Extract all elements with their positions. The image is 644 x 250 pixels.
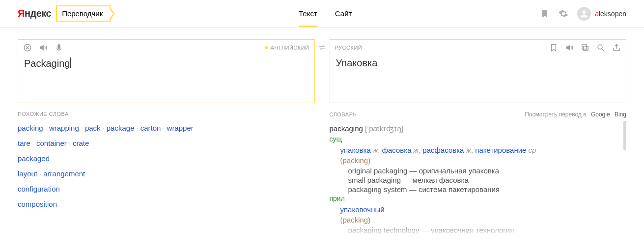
similar-row: composition [18, 200, 315, 208]
search-icon[interactable] [596, 43, 605, 52]
service-name[interactable]: Переводчик [56, 5, 111, 22]
similar-row: configuration [18, 185, 315, 193]
similar-word[interactable]: layout [18, 169, 37, 178]
bookmark-output-icon[interactable] [549, 43, 558, 52]
similar-word[interactable]: composition [18, 200, 57, 208]
dictionary-heading: СЛОВАРЬ [330, 111, 357, 117]
similar-row: packaged [18, 154, 315, 163]
copy-icon[interactable] [581, 43, 589, 52]
scrollbar[interactable] [623, 121, 626, 150]
similar-word[interactable]: wrapping [49, 124, 79, 132]
svg-point-5 [598, 45, 602, 49]
similar-word[interactable]: package [107, 124, 135, 132]
svg-rect-2 [58, 44, 60, 49]
dict-headword: packaging [ˈpækɪʤɪŋ] [330, 124, 627, 133]
nav-site[interactable]: Сайт [335, 0, 352, 27]
external-bing[interactable]: Bing [615, 111, 626, 118]
similar-word[interactable]: configuration [18, 185, 60, 193]
share-icon[interactable] [612, 43, 621, 52]
similar-word[interactable]: arrangement [43, 169, 85, 178]
detected-dot [265, 46, 268, 49]
similar-word[interactable]: tare [18, 139, 30, 147]
dict-pos: прил [330, 194, 627, 202]
similar-word[interactable]: carton [140, 124, 161, 132]
avatar-icon [577, 7, 591, 21]
similar-word[interactable]: wrapper [167, 124, 194, 132]
speaker-output-icon[interactable] [565, 43, 574, 52]
source-lang[interactable]: АНГЛИЙСКИЙ [265, 45, 309, 51]
logo-rest: ндекс [25, 8, 51, 19]
nav-text[interactable]: Текст [299, 0, 317, 27]
microphone-icon[interactable] [55, 43, 63, 52]
gear-icon[interactable] [559, 9, 568, 19]
user-menu[interactable]: aleksopen [577, 7, 626, 21]
logo-letter: Я [18, 8, 25, 19]
external-translate: Посмотреть перевод в Google Bing [525, 111, 626, 118]
similar-word[interactable]: crate [73, 139, 89, 147]
swap-icon[interactable] [318, 43, 327, 52]
external-google[interactable]: Google [591, 111, 610, 118]
bookmark-icon[interactable] [540, 9, 550, 19]
dict-gloss: (packing) [330, 156, 627, 165]
source-input[interactable]: Packaging [18, 56, 314, 74]
speaker-icon[interactable] [39, 43, 48, 52]
target-output: Упаковка [330, 56, 626, 74]
svg-point-0 [583, 10, 586, 14]
similar-word[interactable]: packaged [18, 154, 50, 163]
similar-row: layout·arrangement [18, 169, 315, 178]
dict-example: small packaging — мелкая фасовка [330, 176, 627, 184]
similar-word[interactable]: container [36, 139, 67, 147]
similar-row: tare·container·crate [18, 139, 315, 147]
similar-word[interactable]: packing [18, 124, 43, 132]
dict-example: packaging system — система пакетирования [330, 185, 627, 194]
source-box: АНГЛИЙСКИЙ Packaging [18, 39, 315, 103]
similar-heading: ПОХОЖИЕ СЛОВА [18, 111, 315, 117]
target-box: РУССКИЙ Упаковка [330, 39, 627, 103]
dict-term[interactable]: упаковочный [340, 205, 385, 214]
similar-row: packing·wrapping·pack·package·carton·wra… [18, 124, 315, 132]
yandex-logo[interactable]: Яндекс [18, 8, 51, 19]
similar-word[interactable]: pack [85, 124, 101, 132]
dict-translations: упаковочный [330, 205, 627, 214]
username: aleksopen [595, 10, 626, 18]
dict-term[interactable]: упаковка [340, 146, 371, 154]
svg-rect-4 [582, 45, 587, 49]
dict-term[interactable]: расфасовка [422, 146, 464, 154]
dict-gloss: (packing) [330, 216, 627, 224]
dict-translations: упаковка ж, фасовка ж, расфасовка ж, пак… [330, 146, 627, 154]
dict-term[interactable]: фасовка [382, 146, 412, 154]
dict-term[interactable]: пакетирование [475, 146, 526, 154]
dict-pos: сущ [330, 135, 627, 143]
clear-icon[interactable] [23, 43, 32, 52]
target-lang[interactable]: РУССКИЙ [335, 45, 363, 51]
dict-example: original packaging — оригинальная упаков… [330, 167, 627, 175]
svg-rect-3 [584, 46, 588, 51]
